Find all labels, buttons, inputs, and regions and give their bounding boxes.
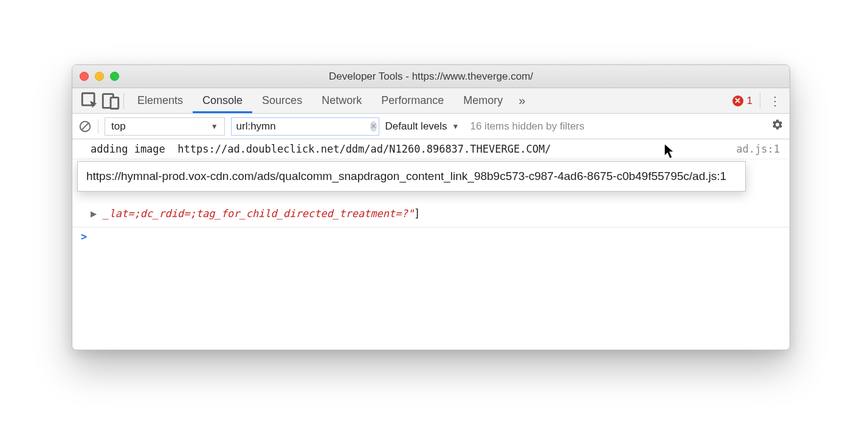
svg-line-4	[81, 123, 89, 130]
device-toolbar-icon[interactable]	[100, 91, 121, 111]
context-label: top	[111, 120, 126, 133]
window-title: Developer Tools - https://www.theverge.c…	[72, 71, 790, 83]
minimize-window-button[interactable]	[95, 72, 104, 81]
console-prompt-caret-icon[interactable]: >	[81, 230, 87, 243]
devtools-window: Developer Tools - https://www.theverge.c…	[72, 64, 790, 350]
inspect-element-icon[interactable]	[80, 91, 100, 111]
more-tabs-button[interactable]: »	[512, 94, 531, 108]
row-divider	[72, 227, 790, 227]
log-message: adding image https://ad.doubleclick.net/…	[91, 143, 728, 155]
log-source-link[interactable]: ad.js:1	[728, 143, 780, 155]
console-filterbar: top ▼ ✕ Default levels ▼ 16 items hidden…	[72, 114, 790, 139]
divider	[760, 93, 760, 109]
log-message-fragment: _lat=;dc_rdid=;tag_for_child_directed_tr…	[103, 207, 414, 220]
source-url-tooltip: https://hymnal-prod.vox-cdn.com/ads/qual…	[77, 161, 746, 192]
hidden-items-message: 16 items hidden by filters	[465, 120, 765, 133]
console-log-row[interactable]: ▶ _lat=;dc_rdid=;tag_for_child_directed_…	[91, 207, 780, 220]
error-count: 1	[747, 95, 753, 107]
dropdown-triangle-icon: ▼	[211, 122, 218, 131]
zoom-window-button[interactable]	[110, 72, 119, 81]
log-levels-selector[interactable]: Default levels ▼	[385, 120, 460, 133]
execution-context-selector[interactable]: top ▼	[105, 117, 225, 136]
tab-network[interactable]: Network	[312, 88, 371, 113]
console-log-row[interactable]: adding image https://ad.doubleclick.net/…	[72, 139, 790, 159]
tab-sources[interactable]: Sources	[252, 88, 312, 113]
svg-rect-2	[111, 97, 119, 108]
divider	[123, 93, 124, 109]
levels-label: Default levels	[385, 120, 447, 133]
clear-console-icon[interactable]	[78, 120, 92, 133]
tab-elements[interactable]: Elements	[128, 88, 193, 113]
console-filter-input[interactable]	[236, 120, 365, 133]
titlebar: Developer Tools - https://www.theverge.c…	[72, 65, 790, 88]
tab-performance[interactable]: Performance	[371, 88, 453, 113]
panel-tabs: Elements Console Sources Network Perform…	[128, 88, 512, 113]
expand-object-caret-icon[interactable]: ▶	[91, 207, 97, 220]
tab-console[interactable]: Console	[193, 88, 252, 113]
console-output: adding image https://ad.doubleclick.net/…	[72, 139, 790, 350]
close-window-button[interactable]	[80, 72, 89, 81]
error-icon: ✕	[732, 95, 743, 106]
devtools-tabbar: Elements Console Sources Network Perform…	[72, 88, 790, 114]
console-settings-icon[interactable]	[771, 119, 784, 134]
dropdown-triangle-icon: ▼	[452, 122, 460, 131]
clear-filter-icon[interactable]: ✕	[370, 121, 377, 132]
error-count-badge[interactable]: ✕ 1	[728, 95, 757, 107]
divider	[98, 119, 98, 134]
tab-memory[interactable]: Memory	[453, 88, 512, 113]
console-filter-input-container[interactable]: ✕	[231, 117, 379, 136]
array-close-bracket: ]	[414, 207, 420, 220]
traffic-lights	[80, 72, 119, 81]
kebab-menu-icon[interactable]: ⋮	[764, 94, 786, 108]
